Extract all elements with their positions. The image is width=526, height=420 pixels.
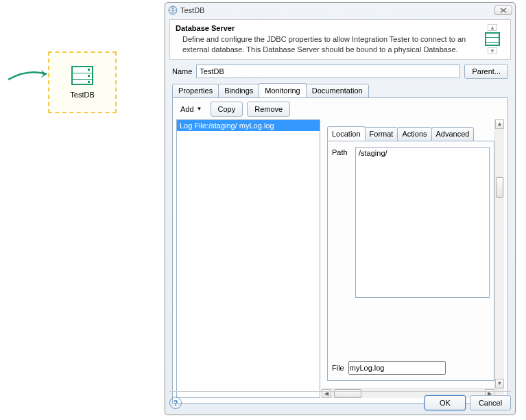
monitor-list[interactable]: Log File:/staging/ myLog.log xyxy=(176,119,320,398)
scroll-thumb[interactable] xyxy=(496,177,503,198)
header-scroll-down[interactable]: ▼ xyxy=(488,47,497,54)
testdb-node[interactable]: TestDB xyxy=(48,51,117,113)
header-title: Database Server xyxy=(176,24,475,32)
main-tabs: Properties Bindings Monitoring Documenta… xyxy=(172,83,508,97)
globe-icon xyxy=(168,5,178,15)
ok-button[interactable]: OK xyxy=(425,395,466,410)
help-button[interactable]: ? xyxy=(169,397,182,409)
sub-tabs: Location Format Actions Advanced xyxy=(327,126,494,141)
sub-tab-format[interactable]: Format xyxy=(365,127,398,141)
path-label: Path xyxy=(332,147,351,298)
tab-bindings[interactable]: Bindings xyxy=(218,84,259,98)
header-band: Database Server Define and configure the… xyxy=(169,19,511,60)
cancel-button[interactable]: Cancel xyxy=(470,395,511,410)
name-label: Name xyxy=(172,67,192,75)
tab-properties[interactable]: Properties xyxy=(172,84,219,98)
file-label: File xyxy=(332,364,344,372)
arrow-icon xyxy=(7,69,51,82)
header-scroll-up[interactable]: ▲ xyxy=(488,24,497,31)
parent-button[interactable]: Parent... xyxy=(464,64,508,79)
list-item[interactable]: Log File:/staging/ myLog.log xyxy=(177,120,320,131)
tab-documentation[interactable]: Documentation xyxy=(306,84,369,98)
scroll-down-icon[interactable]: ▼ xyxy=(495,379,504,388)
scroll-up-icon[interactable]: ▲ xyxy=(495,119,504,129)
dialog-footer: ? OK Cancel xyxy=(169,391,511,410)
sub-tab-location[interactable]: Location xyxy=(327,126,366,141)
close-icon xyxy=(500,8,507,13)
sub-tab-advanced[interactable]: Advanced xyxy=(431,127,475,141)
tab-monitoring[interactable]: Monitoring xyxy=(259,83,306,97)
tab-content-monitoring: Add ▼ Copy Remove Log File:/staging/ myL… xyxy=(172,97,508,404)
add-button-label: Add xyxy=(180,105,194,113)
header-description: Define and configure the JDBC properties… xyxy=(176,34,475,55)
path-input[interactable] xyxy=(355,147,490,298)
copy-button[interactable]: Copy xyxy=(211,102,243,117)
add-button[interactable]: Add ▼ xyxy=(176,102,206,117)
close-button[interactable] xyxy=(494,5,512,15)
testdb-dialog: TestDB Database Server Define and config… xyxy=(165,2,516,415)
titlebar[interactable]: TestDB xyxy=(165,3,515,18)
name-input[interactable] xyxy=(196,65,460,78)
vertical-scrollbar[interactable]: ▲ ▼ xyxy=(494,119,504,388)
dialog-title: TestDB xyxy=(180,6,494,14)
file-input[interactable] xyxy=(348,361,446,375)
testdb-node-label: TestDB xyxy=(70,91,94,99)
remove-button[interactable]: Remove xyxy=(247,102,290,117)
database-icon xyxy=(485,32,500,46)
database-icon xyxy=(71,66,93,85)
chevron-down-icon: ▼ xyxy=(197,106,202,112)
sub-tab-actions[interactable]: Actions xyxy=(397,127,431,141)
